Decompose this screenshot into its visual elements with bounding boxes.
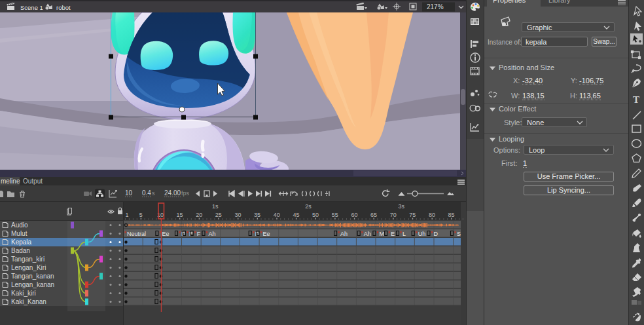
svg-text:3s: 3s	[399, 203, 405, 210]
svg-text:55: 55	[332, 212, 338, 218]
svg-text:60: 60	[351, 212, 357, 218]
svg-text:70: 70	[390, 212, 397, 218]
svg-text:2s: 2s	[305, 203, 312, 210]
svg-text:65: 65	[370, 212, 377, 218]
svg-text:Ah: Ah	[340, 231, 348, 237]
svg-text:24.00: 24.00	[164, 189, 181, 197]
svg-text:E: E	[391, 231, 395, 237]
svg-text:Scene 1: Scene 1	[20, 4, 43, 11]
svg-text:10: 10	[125, 189, 133, 197]
svg-text:E: E	[189, 231, 193, 237]
svg-text:1: 1	[126, 212, 129, 218]
svg-text:Uh: Uh	[418, 231, 426, 237]
svg-text:45: 45	[293, 212, 299, 218]
svg-text:35: 35	[254, 212, 260, 218]
svg-text:25: 25	[215, 212, 222, 218]
svg-text:F: F	[197, 231, 201, 237]
svg-text:Ah: Ah	[209, 231, 216, 237]
svg-text:S: S	[457, 231, 461, 237]
svg-text:fps: fps	[181, 190, 190, 197]
svg-text:30: 30	[234, 212, 241, 218]
svg-text:Ee: Ee	[263, 231, 270, 237]
svg-text:80: 80	[429, 212, 435, 218]
svg-text:D: D	[434, 231, 438, 237]
svg-text:robot: robot	[56, 4, 71, 11]
svg-text:15: 15	[176, 212, 183, 218]
svg-text:40: 40	[274, 212, 280, 218]
svg-text:217%: 217%	[427, 3, 444, 10]
svg-text:85: 85	[448, 212, 455, 218]
svg-text:50: 50	[312, 212, 319, 218]
svg-text:s: s	[152, 190, 155, 197]
svg-text:1s: 1s	[212, 203, 219, 210]
svg-text:M: M	[379, 231, 384, 237]
svg-text:Neutral: Neutral	[127, 231, 146, 237]
svg-text:Ah: Ah	[364, 231, 371, 237]
svg-text:75: 75	[409, 212, 416, 218]
svg-text:20: 20	[196, 212, 202, 218]
svg-text:T: T	[633, 94, 639, 105]
svg-text:5: 5	[139, 212, 143, 218]
svg-text:0.4: 0.4	[142, 189, 151, 197]
svg-text:Ee: Ee	[162, 231, 169, 237]
svg-text:L: L	[402, 231, 406, 237]
